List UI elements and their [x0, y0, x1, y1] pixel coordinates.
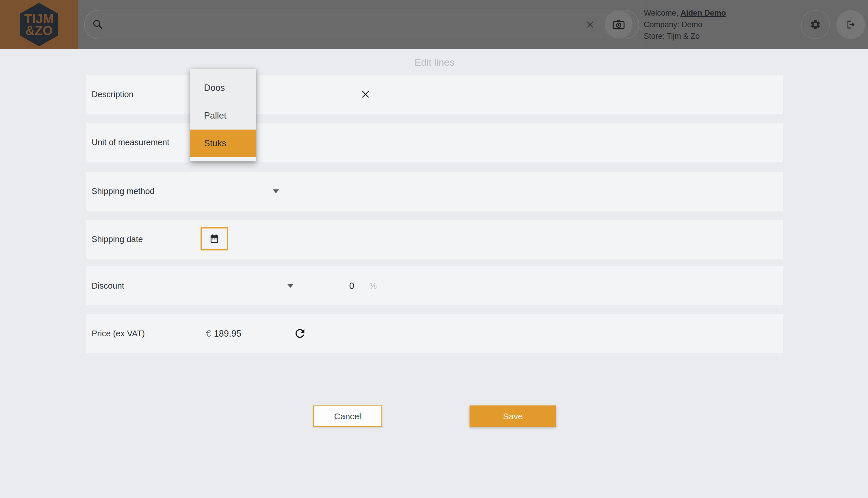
logo-line2: &ZO	[25, 25, 53, 37]
app-logo[interactable]: TIJM &ZO	[0, 0, 78, 49]
search-input[interactable]	[110, 13, 560, 37]
description-clear-icon[interactable]	[361, 90, 370, 99]
logout-button[interactable]	[836, 10, 865, 39]
currency-symbol: €	[206, 329, 211, 339]
search-clear-icon[interactable]	[585, 20, 595, 29]
logo-line1: TIJM	[24, 13, 54, 25]
unit-label: Unit of measurement	[92, 123, 169, 162]
shipping-date-row: Shipping date	[86, 220, 783, 259]
discount-row: Discount 0 %	[86, 266, 783, 305]
description-label: Description	[92, 75, 134, 114]
dropdown-option-pallet[interactable]: Pallet	[190, 102, 256, 130]
dropdown-option-doos[interactable]: Doos	[190, 74, 256, 102]
header-divider	[641, 1, 641, 48]
cancel-button[interactable]: Cancel	[313, 405, 382, 427]
save-button[interactable]: Save	[470, 405, 556, 427]
shipping-date-label: Shipping date	[92, 220, 143, 259]
camera-scan-button[interactable]	[605, 11, 633, 38]
company-line: Company: Demo	[644, 19, 726, 30]
shipping-method-label: Shipping method	[92, 172, 154, 211]
store-line: Store: Tijm & Zo	[644, 30, 726, 42]
logo-hexagon: TIJM &ZO	[19, 3, 58, 46]
dropdown-option-stuks-selected[interactable]: Stuks	[190, 130, 256, 157]
header-bar: TIJM &ZO	[0, 0, 868, 49]
settings-button[interactable]	[801, 10, 830, 39]
shipping-date-picker-button[interactable]	[201, 227, 228, 250]
discount-label: Discount	[92, 266, 124, 305]
dropdown-end-strip	[190, 157, 256, 161]
price-value: € 189.95	[206, 314, 241, 353]
unit-dropdown-menu: Doos Pallet Stuks	[190, 69, 256, 161]
search-icon	[91, 18, 104, 31]
price-row: Price (ex VAT) € 189.95	[86, 314, 783, 353]
calendar-icon	[208, 233, 220, 245]
app-screen: TIJM &ZO	[0, 0, 868, 498]
shipping-method-row: Shipping method	[86, 172, 783, 211]
discount-dropdown-arrow[interactable]	[287, 284, 294, 288]
discount-unit-label: %	[365, 266, 381, 305]
shipping-method-dropdown-arrow[interactable]	[273, 189, 279, 193]
welcome-line: Welcome, Aiden Demo	[644, 7, 726, 19]
refresh-price-icon[interactable]	[293, 327, 307, 340]
user-info: Welcome, Aiden Demo Company: Demo Store:…	[644, 7, 726, 42]
price-amount: 189.95	[214, 329, 241, 339]
user-name-link[interactable]: Aiden Demo	[680, 9, 726, 17]
discount-value-input[interactable]: 0	[343, 266, 360, 305]
page-title: Edit lines	[86, 57, 783, 68]
price-label: Price (ex VAT)	[92, 314, 145, 353]
